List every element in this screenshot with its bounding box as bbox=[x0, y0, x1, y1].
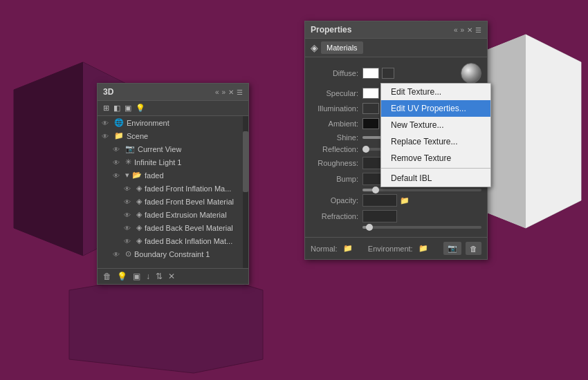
tree-label-faded: faded bbox=[145, 171, 164, 180]
props-close-btn[interactable]: ✕ bbox=[467, 26, 472, 34]
diffuse-sphere-thumb bbox=[461, 63, 481, 84]
ctx-replace-texture[interactable]: Replace Texture... bbox=[381, 133, 490, 150]
tree-label-scene: Scene bbox=[127, 132, 148, 140]
refraction-input[interactable]: 1.000 bbox=[362, 210, 397, 222]
tree-label-ffi: faded Front Inflation Ma... bbox=[145, 184, 231, 193]
toolbar-cube-icon[interactable]: ◧ bbox=[113, 104, 120, 113]
footer-delete-icon[interactable]: ✕ bbox=[168, 272, 175, 281]
eye-icon-ffi[interactable]: 👁 bbox=[124, 185, 134, 192]
diffuse-swatch2[interactable] bbox=[382, 68, 394, 79]
svg-marker-8 bbox=[69, 269, 263, 373]
toolbar-scene-icon[interactable]: ⊞ bbox=[103, 104, 109, 113]
bump-slider-thumb[interactable] bbox=[372, 187, 379, 193]
ctx-edit-uv[interactable]: Edit UV Properties... bbox=[381, 100, 490, 117]
prop-row-refraction: Refraction: 1.000 bbox=[311, 210, 481, 222]
eye-icon-current-view[interactable]: 👁 bbox=[113, 146, 122, 153]
opacity-folder-icon[interactable]: 📁 bbox=[400, 196, 410, 205]
tree-item-boundary[interactable]: 👁 ⊙ Boundary Constraint 1 bbox=[98, 247, 248, 260]
normal-folder-icon[interactable]: 📁 bbox=[343, 244, 353, 253]
footer-light-icon[interactable]: 💡 bbox=[117, 272, 127, 281]
toolbar-light-icon[interactable]: 💡 bbox=[136, 104, 145, 113]
tree-scroll-area: 👁 🌐 Environment 👁 📁 Scene 👁 📷 Current Vi… bbox=[98, 116, 248, 268]
panel-expand-btn[interactable]: » bbox=[221, 88, 226, 96]
context-menu: Edit Texture... Edit UV Properties... Ne… bbox=[380, 83, 491, 187]
props-delete-btn[interactable]: 🗑 bbox=[466, 242, 481, 255]
footer-icons: 🗑 💡 ▣ ↓ ⇅ ✕ bbox=[103, 272, 175, 281]
normal-label: Normal: bbox=[311, 245, 338, 253]
eye-icon-ffb[interactable]: 👁 bbox=[124, 198, 134, 205]
props-header-controls: « » ✕ ☰ bbox=[454, 26, 481, 34]
roughness-label: Roughness: bbox=[311, 159, 362, 167]
illumination-swatch[interactable] bbox=[362, 103, 379, 114]
svg-marker-5 bbox=[526, 35, 581, 228]
tree-panel-body: 👁 🌐 Environment 👁 📁 Scene 👁 📷 Current Vi… bbox=[98, 116, 248, 260]
constraint-icon: ⊙ bbox=[125, 249, 131, 258]
environment-folder-icon[interactable]: 📁 bbox=[419, 244, 428, 253]
props-collapse-btn[interactable]: « bbox=[454, 26, 458, 34]
ctx-separator bbox=[381, 168, 490, 169]
refraction-slider-container bbox=[362, 226, 481, 229]
tree-item-faded-back-bevel[interactable]: 👁 ◈ faded Back Bevel Material bbox=[98, 221, 248, 234]
specular-swatch[interactable] bbox=[362, 88, 379, 99]
props-render-btn[interactable]: 📷 bbox=[443, 242, 461, 255]
bump-slider-row bbox=[311, 189, 481, 191]
ctx-default-ibl[interactable]: Default IBL bbox=[381, 170, 490, 187]
eye-icon-environment[interactable]: 👁 bbox=[102, 120, 111, 126]
props-expand-btn[interactable]: » bbox=[460, 26, 464, 34]
eye-icon-infinite-light[interactable]: 👁 bbox=[113, 159, 122, 166]
bump-label: Bump: bbox=[311, 175, 362, 183]
tree-item-infinite-light[interactable]: 👁 ✳ Infinite Light 1 bbox=[98, 155, 248, 169]
eye-icon-boundary[interactable]: 👁 bbox=[113, 251, 122, 258]
folder-icon-scene: 📁 bbox=[114, 131, 124, 140]
footer-move-icon[interactable]: ⇅ bbox=[156, 272, 163, 281]
eye-icon-fbb[interactable]: 👁 bbox=[124, 225, 134, 231]
camera-icon: 📷 bbox=[125, 144, 135, 153]
material-icon-fe: ◈ bbox=[136, 210, 142, 219]
tree-label-fe: faded Extrusion Material bbox=[145, 211, 227, 219]
tree-item-faded-front-bevel[interactable]: 👁 ◈ faded Front Bevel Material bbox=[98, 195, 248, 208]
tree-scrollbar-thumb[interactable] bbox=[243, 131, 248, 192]
reflection-slider-thumb[interactable] bbox=[362, 146, 369, 153]
tab-materials[interactable]: Materials bbox=[321, 41, 363, 54]
tree-item-faded-back-inflation[interactable]: 👁 ◈ faded Back Inflation Mat... bbox=[98, 234, 248, 247]
bump-slider-track[interactable] bbox=[362, 189, 481, 191]
panel-collapse-btn[interactable]: « bbox=[215, 88, 219, 96]
panel-3d-toolbar: ⊞ ◧ ▣ 💡 bbox=[98, 101, 248, 116]
props-menu-btn[interactable]: ☰ bbox=[475, 26, 481, 34]
refraction-slider-thumb[interactable] bbox=[366, 224, 373, 231]
eye-icon-scene[interactable]: 👁 bbox=[102, 133, 111, 140]
opacity-input[interactable]: 100% bbox=[362, 194, 397, 207]
tree-item-current-view[interactable]: 👁 📷 Current View bbox=[98, 142, 248, 155]
reflection-label: Reflection: bbox=[311, 145, 362, 153]
toolbar-layers-icon[interactable]: ▣ bbox=[125, 104, 131, 113]
folder-icon-faded: 📂 bbox=[132, 171, 142, 180]
footer-layers-icon[interactable]: ▣ bbox=[133, 272, 140, 281]
ctx-edit-texture[interactable]: Edit Texture... bbox=[381, 84, 490, 100]
footer-trash-icon[interactable]: 🗑 bbox=[103, 272, 111, 281]
refraction-slider-track[interactable] bbox=[362, 226, 481, 229]
diffuse-swatch[interactable] bbox=[362, 68, 379, 79]
props-tabs: ◈ Materials bbox=[305, 39, 487, 57]
eye-icon-faded[interactable]: 👁 bbox=[113, 172, 122, 179]
tree-item-scene[interactable]: 👁 📁 Scene bbox=[98, 129, 248, 142]
tree-item-faded-extrusion[interactable]: 👁 ◈ faded Extrusion Material bbox=[98, 208, 248, 221]
light-icon: ✳ bbox=[125, 158, 131, 167]
tree-item-faded[interactable]: 👁 ▾ 📂 faded bbox=[98, 169, 248, 182]
ctx-new-texture[interactable]: New Texture... bbox=[381, 117, 490, 133]
footer-add-layer-icon[interactable]: ↓ bbox=[146, 272, 150, 281]
ambient-swatch[interactable] bbox=[362, 118, 379, 129]
tree-label-ffb: faded Front Bevel Material bbox=[145, 198, 234, 206]
props-footer-right: Environment: 📁 bbox=[368, 244, 428, 253]
ctx-remove-texture[interactable]: Remove Texture bbox=[381, 150, 490, 167]
eye-icon-fe[interactable]: 👁 bbox=[124, 211, 134, 218]
refraction-label: Refraction: bbox=[311, 212, 362, 220]
tree-item-faded-front-inflation[interactable]: 👁 ◈ faded Front Inflation Ma... bbox=[98, 182, 248, 195]
panel-3d-header: 3D « » ✕ ☰ bbox=[98, 84, 248, 101]
shine-label: Shine: bbox=[311, 133, 362, 142]
folder-open-icon-faded: ▾ bbox=[125, 171, 129, 180]
panel-menu-btn[interactable]: ☰ bbox=[237, 88, 243, 96]
eye-icon-fbi[interactable]: 👁 bbox=[124, 238, 134, 245]
panel-close-btn[interactable]: ✕ bbox=[228, 88, 234, 96]
tree-item-environment[interactable]: 👁 🌐 Environment bbox=[98, 116, 248, 129]
tree-scrollbar[interactable] bbox=[243, 116, 248, 268]
